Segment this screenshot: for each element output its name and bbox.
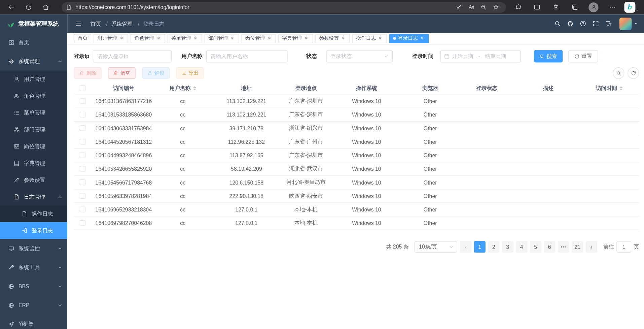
delete-button[interactable]: 删除: [74, 67, 102, 79]
row-checkbox[interactable]: [80, 193, 85, 199]
end-date-placeholder[interactable]: 结束日期: [485, 53, 506, 60]
close-icon[interactable]: ×: [378, 36, 383, 41]
close-icon[interactable]: ×: [266, 36, 272, 41]
close-icon[interactable]: ×: [156, 36, 162, 41]
sort-icon[interactable]: [193, 85, 196, 92]
select-all-checkbox[interactable]: [80, 85, 85, 91]
app-logo[interactable]: 意框架管理系统: [0, 14, 67, 33]
caret-down-icon[interactable]: [635, 8, 639, 12]
split-screen-icon[interactable]: [530, 1, 544, 13]
table-row[interactable]: 1641043063331753984 cc 39.171.210.78 浙江省…: [74, 122, 639, 135]
sidebar-item[interactable]: 字典管理: [0, 155, 67, 172]
copilot-icon[interactable]: b: [624, 2, 635, 13]
zoom-out-icon[interactable]: [477, 2, 490, 12]
sidebar-item[interactable]: Yi框架: [0, 315, 67, 329]
sidebar-item[interactable]: 菜单管理: [0, 104, 67, 121]
user-avatar[interactable]: [619, 18, 632, 30]
toggle-search-button[interactable]: [613, 67, 624, 79]
view-tab[interactable]: 参数设置 ×: [315, 34, 350, 43]
clear-button[interactable]: 清空: [108, 67, 136, 79]
row-checkbox[interactable]: [80, 220, 85, 226]
page-button[interactable]: 6: [544, 241, 555, 253]
column-header[interactable]: 访问编号: [91, 85, 156, 92]
fullscreen-icon[interactable]: [590, 18, 601, 29]
unlock-button[interactable]: 解锁: [142, 67, 170, 79]
sidebar-item[interactable]: BBS: [0, 277, 67, 296]
close-icon[interactable]: ×: [419, 36, 425, 41]
refresh-table-button[interactable]: [628, 67, 639, 79]
page-button[interactable]: ›: [586, 241, 597, 253]
page-button[interactable]: 3: [502, 241, 513, 253]
view-tab[interactable]: 用户管理 ×: [94, 34, 128, 43]
font-size-icon[interactable]: [603, 18, 614, 29]
row-checkbox[interactable]: [80, 112, 85, 118]
table-row[interactable]: 1641053426655825920 cc 58.19.42.209 湖北省-…: [74, 162, 639, 176]
sidebar-item[interactable]: 首页: [0, 33, 67, 52]
favorites-icon[interactable]: [549, 1, 563, 13]
password-key-icon[interactable]: [453, 2, 465, 12]
sidebar-item[interactable]: 角色管理: [0, 88, 67, 104]
breadcrumb-item[interactable]: 系统管理 /: [111, 20, 143, 27]
column-header[interactable]: 登录状态: [456, 85, 517, 92]
page-button[interactable]: 1: [474, 241, 486, 253]
sort-icon[interactable]: [619, 85, 622, 92]
sidebar-toggle-button[interactable]: [73, 18, 84, 29]
goto-page-input[interactable]: [616, 241, 631, 253]
read-aloud-icon[interactable]: [465, 2, 477, 12]
close-icon[interactable]: ×: [341, 36, 346, 41]
sidebar-item[interactable]: 参数设置: [0, 172, 67, 189]
column-header[interactable]: 浏览器: [404, 85, 456, 92]
page-button[interactable]: •••: [558, 241, 569, 253]
row-checkbox[interactable]: [80, 179, 85, 185]
table-row[interactable]: 1641044993248464896 cc 113.87.92.165 广东省…: [74, 149, 639, 162]
close-icon[interactable]: ×: [303, 36, 309, 41]
table-row[interactable]: 1641031533185863680 cc 113.102.129.221 广…: [74, 108, 639, 122]
more-menu-icon[interactable]: [605, 1, 619, 13]
column-header[interactable]: 登录地点: [283, 85, 328, 92]
column-header[interactable]: 地址: [210, 85, 284, 92]
close-icon[interactable]: ×: [119, 36, 124, 41]
extensions-icon[interactable]: [511, 1, 525, 13]
sidebar-item[interactable]: 操作日志: [0, 205, 67, 222]
username-input[interactable]: [206, 50, 287, 63]
export-button[interactable]: 导出: [176, 67, 204, 79]
sidebar-item[interactable]: 用户管理: [0, 71, 67, 88]
site-info-icon[interactable]: [66, 4, 72, 10]
status-select[interactable]: 登录状态: [326, 50, 393, 63]
column-header[interactable]: 访问时间: [579, 85, 639, 92]
start-date-placeholder[interactable]: 开始日期: [452, 53, 473, 60]
close-icon[interactable]: ×: [193, 36, 199, 41]
home-button[interactable]: [39, 1, 53, 13]
sidebar-item[interactable]: 系统工具: [0, 258, 67, 277]
sidebar-item[interactable]: 系统监控: [0, 239, 67, 258]
view-tab[interactable]: 角色管理 ×: [131, 34, 165, 43]
caret-down-icon[interactable]: [633, 21, 638, 26]
page-button[interactable]: ‹: [460, 241, 471, 253]
row-checkbox[interactable]: [80, 98, 85, 104]
sidebar-item[interactable]: 岗位管理: [0, 138, 67, 155]
breadcrumb-item[interactable]: 登录日志 /: [143, 20, 164, 27]
page-button[interactable]: 4: [516, 241, 527, 253]
page-size-select[interactable]: 10条/页: [415, 241, 457, 253]
row-checkbox[interactable]: [80, 207, 85, 212]
sidebar-item[interactable]: 日志管理: [0, 189, 67, 205]
page-button[interactable]: 2: [488, 241, 499, 253]
github-icon[interactable]: [565, 18, 575, 29]
help-icon[interactable]: [577, 18, 588, 29]
sidebar-item[interactable]: 登录日志: [0, 222, 67, 239]
sidebar-item[interactable]: 部门管理: [0, 121, 67, 138]
table-row[interactable]: 1641044520567181312 cc 112.96.225.132 广东…: [74, 135, 639, 149]
column-header[interactable]: 操作系统: [329, 85, 405, 92]
table-row[interactable]: 1641054566717984768 cc 120.6.150.158 河北省…: [74, 176, 639, 189]
ip-input[interactable]: [93, 50, 171, 63]
page-button[interactable]: 21: [572, 241, 583, 253]
sidebar-item[interactable]: ERP: [0, 296, 67, 315]
column-header[interactable]: 描述: [517, 85, 579, 92]
reset-button[interactable]: 重置: [568, 50, 598, 63]
row-checkbox[interactable]: [80, 153, 85, 158]
search-icon[interactable]: [552, 18, 563, 29]
refresh-button[interactable]: [21, 1, 35, 13]
row-checkbox[interactable]: [80, 139, 85, 144]
column-header[interactable]: 用户名称: [156, 85, 210, 92]
view-tab[interactable]: 操作日志 ×: [352, 34, 387, 43]
